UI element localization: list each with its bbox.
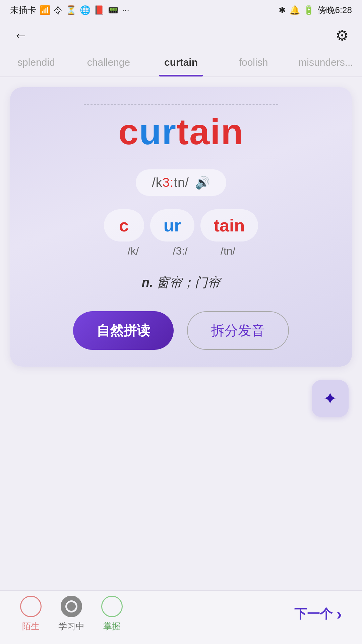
word-part-tain: tain — [177, 111, 244, 152]
part-of-speech: n. — [142, 275, 153, 289]
next-icon: › — [337, 605, 342, 623]
bell-icon: 🔔 — [289, 5, 300, 15]
card-container: curtain /k3:tn/ 🔊 c ur tain /k/ — [0, 77, 362, 373]
tab-challenge[interactable]: challenge — [72, 50, 145, 76]
definition: n. 窗帘；门帘 — [23, 274, 339, 291]
learning-label: 学习中 — [58, 621, 84, 632]
ipa-row: /k/ /3:/ /tn/ — [23, 245, 339, 257]
tab-foolish[interactable]: foolish — [217, 50, 290, 76]
battery-icon: 🔋 — [303, 5, 314, 15]
ai-fab-button[interactable]: ✦ — [312, 380, 349, 417]
timer-icon: ⏳ — [66, 5, 76, 15]
phonetic-pill[interactable]: /k3:tn/ 🔊 — [136, 169, 226, 196]
ipa-tain: /tn/ — [207, 245, 249, 257]
tab-label: curtain — [164, 57, 198, 68]
ipa-c: /k/ — [113, 245, 154, 257]
nav-item-stranger[interactable]: 陌生 — [20, 596, 42, 632]
tab-label: challenge — [87, 57, 130, 68]
nav-bar: ← ⚙ — [0, 20, 362, 50]
fab-area: ✦ — [0, 373, 362, 420]
ipa-ur: /3:/ — [160, 245, 201, 257]
tab-splendid[interactable]: splendid — [0, 50, 72, 76]
nav-item-learning[interactable]: 学习中 — [58, 596, 84, 632]
word-card: curtain /k3:tn/ 🔊 c ur tain /k/ — [10, 87, 352, 367]
stranger-circle — [20, 596, 42, 617]
word-part-ur: ur — [139, 111, 177, 152]
phonetic-text: /k3:tn/ — [152, 175, 189, 190]
wifi-icon: 📶 — [40, 5, 50, 15]
mastered-circle — [101, 596, 123, 617]
status-bar-right: ✱ 🔔 🔋 傍晚6:28 — [279, 4, 352, 16]
definition-text: 窗帘；门帘 — [157, 275, 220, 289]
globe-icon: 🌐 — [80, 5, 90, 15]
tab-label: splendid — [17, 57, 55, 68]
sparkle-icon: ✦ — [323, 388, 338, 409]
next-label: 下一个 — [294, 605, 333, 623]
syllable-ur-text: ur — [164, 216, 181, 235]
tab-curtain[interactable]: curtain — [145, 50, 217, 76]
settings-button[interactable]: ⚙ — [336, 27, 349, 44]
tab-label: misunders... — [298, 57, 353, 68]
syllable-c[interactable]: c — [104, 209, 144, 241]
status-bar: 未插卡 📶 令 ⏳ 🌐 📕 📟 ··· ✱ 🔔 🔋 傍晚6:28 — [0, 0, 362, 20]
dashed-line-bottom — [84, 159, 278, 159]
time-text: 傍晚6:28 — [317, 4, 352, 16]
syllable-row: c ur tain — [23, 209, 339, 241]
bottom-nav: 陌生 学习中 掌握 下一个 › — [0, 590, 362, 644]
tab-label: foolish — [239, 57, 268, 68]
mastered-label: 掌握 — [103, 621, 121, 632]
book-icon: 📕 — [94, 5, 105, 15]
app-icon: 📟 — [108, 5, 119, 15]
bottom-nav-left: 陌生 学习中 掌握 — [20, 596, 123, 632]
syllable-c-text: c — [119, 216, 129, 235]
natural-reading-button[interactable]: 自然拼读 — [73, 311, 174, 350]
tab-misunderstand[interactable]: misunders... — [290, 50, 362, 76]
status-bar-left: 未插卡 📶 令 ⏳ 🌐 📕 📟 ··· — [10, 4, 129, 16]
sound-icon[interactable]: 🔊 — [195, 176, 210, 190]
syllable-ur[interactable]: ur — [150, 209, 194, 241]
btn-row: 自然拼读 拆分发音 — [23, 311, 339, 350]
back-button[interactable]: ← — [13, 27, 28, 44]
carrier-text: 未插卡 — [10, 4, 36, 16]
word-part-c: c — [118, 111, 139, 152]
more-icon: ··· — [122, 5, 129, 15]
signal-icon: 令 — [54, 4, 62, 16]
syllable-tain[interactable]: tain — [200, 209, 258, 241]
split-pronunciation-button[interactable]: 拆分发音 — [187, 311, 289, 350]
learning-circle — [61, 596, 82, 617]
next-button[interactable]: 下一个 › — [294, 605, 342, 623]
bluetooth-icon: ✱ — [279, 5, 286, 15]
word-tabs: splendid challenge curtain foolish misun… — [0, 50, 362, 77]
stranger-label: 陌生 — [22, 621, 40, 632]
nav-item-mastered[interactable]: 掌握 — [101, 596, 123, 632]
word-display: curtain — [84, 105, 278, 159]
writing-area: curtain — [84, 104, 278, 159]
syllable-tain-text: tain — [214, 216, 245, 235]
phonetic-stressed: 3: — [163, 175, 174, 190]
